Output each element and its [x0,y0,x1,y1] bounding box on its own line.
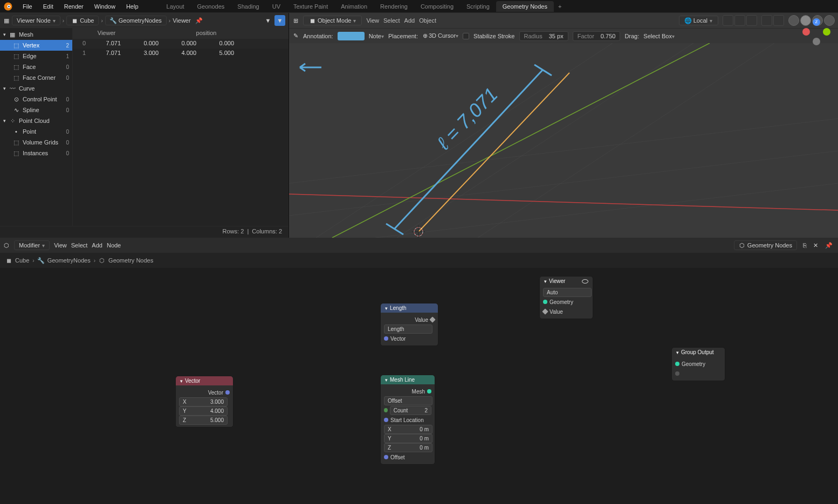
tree-vertex[interactable]: ⬚Vertex2 [0,40,72,51]
tree-volume-grids[interactable]: ⬚Volume Grids0 [0,137,72,148]
length-op-dropdown[interactable]: Length [384,325,432,334]
ne-crumb-tree[interactable]: Geometry Nodes [108,257,153,264]
tree-spline[interactable]: ∿Spline0 [0,105,72,115]
annotation-color[interactable] [338,32,365,40]
ws-geonodes[interactable]: Geonodes [191,1,231,12]
editor-type-icon[interactable]: ⬡ [3,242,10,248]
count-field[interactable]: Count2 [390,406,431,415]
ws-scripting[interactable]: Scripting [460,1,496,12]
ws-compositing[interactable]: Compositing [414,1,460,12]
socket-geometry-in[interactable] [675,362,679,366]
snap-icon[interactable] [734,15,745,26]
viewer-mode-dropdown[interactable]: Auto [543,288,592,297]
socket-vector-out[interactable] [225,390,230,395]
tree-face[interactable]: ⬚Face0 [0,61,72,72]
gizmo-y-icon[interactable] [823,28,830,36]
radius-field[interactable]: Radius35 px [519,31,568,41]
col-position[interactable]: position [124,28,289,39]
col-viewer[interactable]: Viewer [89,28,124,39]
factor-field[interactable]: Factor0.750 [573,31,621,41]
crumb-gn[interactable]: 🔧GeometryNodes [105,16,167,25]
menu-edit[interactable]: Edit [38,1,59,12]
ws-shading[interactable]: Shading [231,1,265,12]
node-mesh-line[interactable]: ▾Mesh Line Mesh Offset Count2 Start Loca… [380,375,435,465]
gizmo-z-icon[interactable]: Z [813,18,820,26]
viewport-canvas[interactable]: ℓ = 7,071 [289,43,838,238]
filter-selected-icon[interactable]: ▼ [263,15,273,26]
pivot-icon[interactable] [723,15,733,26]
ne-crumb-gn[interactable]: GeometryNodes [47,257,91,264]
socket-offset-in[interactable] [384,455,388,459]
filter-toggle-icon[interactable]: ▼ [274,15,285,26]
vp-menu-select[interactable]: Select [383,17,400,24]
socket-value-in[interactable] [542,308,548,314]
overlay-icon[interactable] [761,15,772,26]
socket-count-in[interactable] [384,408,388,412]
proportional-icon[interactable] [746,15,757,26]
ne-menu-view[interactable]: View [54,242,67,248]
vp-menu-object[interactable]: Object [419,17,436,24]
socket-empty-in[interactable] [675,371,679,376]
tree-point-cloud[interactable]: ▾⁘Point Cloud [0,115,72,126]
vector-x-field[interactable]: X3.000 [179,397,228,406]
placement-dropdown[interactable]: ⊕3D Cursor▾ [422,32,458,39]
xray-icon[interactable] [773,15,784,26]
ne-menu-add[interactable]: Add [92,242,102,248]
menu-file[interactable]: File [17,1,38,12]
tree-control-point[interactable]: ⊙Control Point0 [0,94,72,105]
orientation-dropdown[interactable]: 🌐Local▾ [679,16,718,25]
tree-instances[interactable]: ⬚Instances0 [0,148,72,158]
spreadsheet-mode[interactable]: Viewer Node▾ [12,16,60,25]
menu-window[interactable]: Window [89,1,121,12]
socket-geometry-in[interactable] [543,300,547,304]
ws-geometry-nodes[interactable]: Geometry Nodes [496,1,554,12]
crumb-viewer[interactable]: Viewer [173,17,190,24]
start-z-field[interactable]: Z0 m [384,443,432,452]
ws-uv[interactable]: UV [266,1,287,12]
editor-type-icon[interactable]: ⊞ [292,17,299,24]
axis-gizmo[interactable]: Z [800,18,833,51]
ws-rendering[interactable]: Rendering [374,1,414,12]
gizmo-neg-icon[interactable] [813,38,820,45]
node-length[interactable]: ▾Length Value Length Vector [380,303,438,346]
ne-tree-name[interactable]: ⬡Geometry Nodes [734,240,797,250]
vector-z-field[interactable]: Z5.000 [179,416,228,425]
vp-menu-add[interactable]: Add [404,17,415,24]
ne-menu-select[interactable]: Select [71,242,88,248]
ws-texture-paint[interactable]: Texture Paint [287,1,334,12]
socket-value-out[interactable] [429,316,435,322]
mode-dropdown[interactable]: ◼Object Mode▾ [303,16,362,25]
ne-crumb-cube[interactable]: Cube [15,257,29,264]
node-canvas[interactable]: ▾Vector Vector X3.000 Y4.000 Z5.000 ▾Len… [0,268,838,504]
shading-wireframe-icon[interactable] [788,15,799,26]
vector-y-field[interactable]: Y4.000 [179,406,228,416]
node-group-output[interactable]: ▾Group Output Geometry [671,347,725,381]
node-viewer[interactable]: ▾Viewer Auto Geometry Value [539,276,593,319]
socket-mesh-out[interactable] [427,389,431,393]
editor-type-icon[interactable]: ▦ [3,17,10,24]
ne-menu-node[interactable]: Node [107,242,121,248]
ws-animation[interactable]: Animation [334,1,374,12]
ws-add-button[interactable]: + [554,1,566,12]
menu-help[interactable]: Help [121,1,144,12]
vp-menu-view[interactable]: View [366,17,379,24]
socket-start-in[interactable] [384,418,388,422]
node-vector[interactable]: ▾Vector Vector X3.000 Y4.000 Z5.000 [175,376,233,427]
start-x-field[interactable]: X0 m [384,425,432,434]
pin-icon[interactable]: 📌 [193,17,205,24]
ne-mode[interactable]: Modifier▾ [14,240,50,250]
eye-icon[interactable] [582,279,588,284]
gizmo-x-icon[interactable] [802,28,810,36]
stabilize-checkbox[interactable] [463,33,469,39]
tree-edge[interactable]: ⬚Edge1 [0,51,72,61]
tree-face-corner[interactable]: ⬚Face Corner0 [0,72,72,83]
meshline-mode-dropdown[interactable]: Offset [384,396,432,405]
annotation-note[interactable]: Note▾ [369,33,384,39]
3d-viewport[interactable]: ⊞ ◼Object Mode▾ View Select Add Object 🌐… [289,13,838,238]
drag-dropdown[interactable]: Select Box▾ [643,33,675,39]
tree-point[interactable]: •Point0 [0,126,72,137]
socket-vector-in[interactable] [384,336,388,341]
menu-render[interactable]: Render [59,1,89,12]
ne-unlink-icon[interactable]: ✕ [812,242,819,248]
crumb-cube[interactable]: ◼Cube [66,16,99,25]
